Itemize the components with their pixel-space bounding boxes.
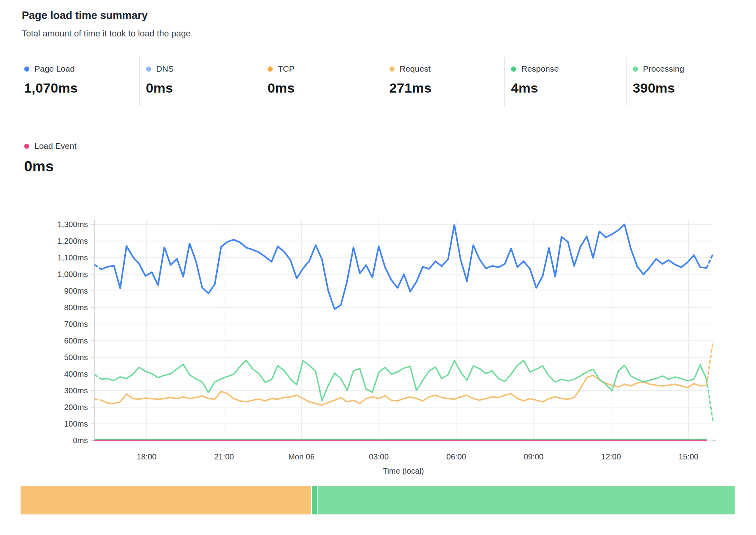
y-tick-label: 400ms <box>64 370 88 378</box>
timeline-segment[interactable] <box>21 486 311 514</box>
timeline-range-bar[interactable] <box>21 486 735 514</box>
x-tick-label: 03:00 <box>369 452 389 461</box>
x-tick-label: Mon 06 <box>288 452 315 461</box>
x-tick-label: 18:00 <box>137 452 156 461</box>
x-tick-label: 06:00 <box>446 452 466 461</box>
y-tick-label: 100ms <box>64 419 88 428</box>
y-tick-label: 500ms <box>64 353 88 362</box>
y-tick-label: 700ms <box>64 320 88 328</box>
y-tick-label: 0ms <box>73 436 88 445</box>
y-axis-labels: 0ms100ms200ms300ms400ms500ms600ms700ms80… <box>57 220 88 445</box>
chart-grid <box>91 220 716 440</box>
y-tick-label: 900ms <box>64 286 88 295</box>
y-tick-label: 1,100ms <box>57 253 88 262</box>
y-tick-label: 1,000ms <box>57 270 88 279</box>
x-axis-title: Time (local) <box>383 467 424 475</box>
page-load-time-chart[interactable]: 0ms100ms200ms300ms400ms500ms600ms700ms80… <box>0 0 756 535</box>
x-tick-label: 21:00 <box>214 452 234 461</box>
x-tick-label: 12:00 <box>601 452 621 461</box>
series-page-load <box>95 224 713 309</box>
x-tick-label: 15:00 <box>678 452 698 461</box>
x-axis-labels: 18:0021:00Mon 0603:0006:0009:0012:0015:0… <box>137 452 698 475</box>
y-tick-label: 1,300ms <box>57 220 88 229</box>
y-tick-label: 300ms <box>64 386 88 395</box>
y-tick-label: 200ms <box>64 403 88 412</box>
y-tick-label: 1,200ms <box>57 237 88 245</box>
y-tick-label: 800ms <box>64 303 88 312</box>
timeline-segment[interactable] <box>312 486 317 514</box>
y-tick-label: 600ms <box>64 336 88 345</box>
timeline-segment[interactable] <box>318 486 735 514</box>
x-tick-label: 09:00 <box>524 452 543 461</box>
